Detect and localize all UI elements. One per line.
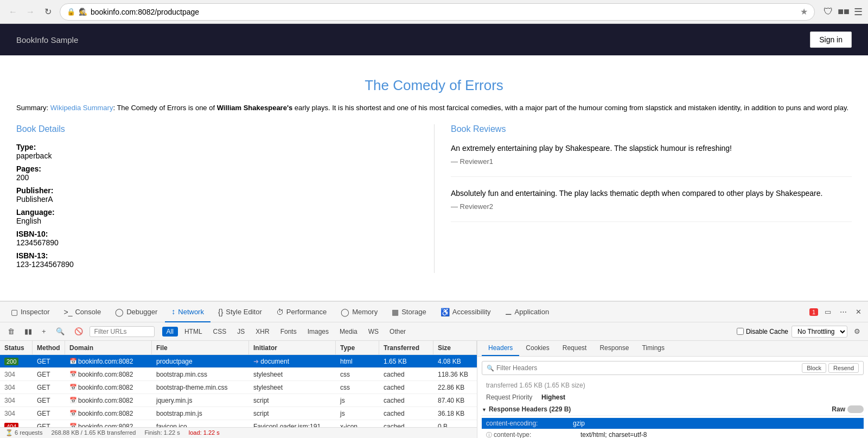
table-row[interactable]: 304 GET 📅bookinfo.com:8082 jquery.min.js…	[0, 394, 477, 407]
search-network-button[interactable]: 🔍	[53, 326, 68, 337]
col-type: Type	[336, 341, 379, 354]
isbn10-label: ISBN-10:	[16, 230, 48, 238]
style-label: Style Editor	[226, 308, 261, 316]
tab-application[interactable]: ⚊ Application	[499, 302, 556, 322]
application-icon: ⚊	[505, 308, 512, 316]
pages-value: 200	[16, 173, 423, 182]
table-row[interactable]: 304 GET 📅bookinfo.com:8082 bootstrap-the…	[0, 381, 477, 394]
response-headers-section[interactable]: Response Headers (229 B) Raw	[482, 403, 864, 416]
detail-tab-timings[interactable]: Timings	[635, 341, 671, 356]
back-button[interactable]: ←	[5, 4, 21, 20]
throttle-select[interactable]: No Throttling	[792, 326, 847, 338]
review-2: Absolutely fun and entertaining. The pla…	[451, 188, 852, 222]
tab-style-editor[interactable]: {} Style Editor	[212, 302, 269, 322]
row5-size: 36.18 KB	[433, 407, 477, 420]
disable-cache-label[interactable]: Disable Cache	[737, 328, 788, 335]
finish-text: Finish: 1.22 s	[144, 429, 180, 436]
extensions-icon[interactable]: ■■	[838, 6, 850, 17]
tab-console[interactable]: >_ Console	[57, 302, 107, 322]
tab-memory[interactable]: ◯ Memory	[334, 302, 384, 322]
table-row[interactable]: 200 GET 📅bookinfo.com:8082 productpage ➜…	[0, 355, 477, 368]
detach-button[interactable]: ▭	[822, 306, 833, 318]
filter-all[interactable]: All	[162, 327, 178, 337]
filter-js[interactable]: JS	[233, 327, 249, 337]
bookmark-icon[interactable]: ★	[800, 7, 808, 17]
console-label: Console	[75, 308, 101, 316]
tab-accessibility[interactable]: ♿ Accessibility	[434, 302, 497, 322]
resend-button[interactable]: Resend	[828, 363, 859, 373]
filter-media[interactable]: Media	[335, 327, 362, 337]
tab-storage[interactable]: ▦ Storage	[385, 302, 433, 322]
filter-ws[interactable]: WS	[364, 327, 383, 337]
network-settings-button[interactable]: ⚙	[851, 326, 864, 337]
tab-network[interactable]: ↕ Network	[165, 302, 210, 322]
add-filter-button[interactable]: +	[39, 326, 49, 337]
block-button[interactable]: Block	[802, 363, 826, 373]
header-filter-input[interactable]	[496, 364, 800, 372]
row1-domain: 📅bookinfo.com:8082	[65, 355, 152, 367]
col-initiator: Initiator	[249, 341, 336, 354]
pause-record-button[interactable]: ▮▮	[21, 326, 35, 337]
inspector-label: Inspector	[21, 308, 49, 316]
detail-tabs: Headers Cookies Request Response Timings	[477, 341, 868, 357]
raw-toggle-switch[interactable]	[847, 405, 864, 413]
header-row-content-encoding[interactable]: content-encoding: gzip	[482, 418, 864, 429]
filter-images[interactable]: Images	[303, 327, 333, 337]
summary-link[interactable]: Wikipedia Summary	[50, 104, 113, 112]
raw-label: Raw	[832, 405, 845, 413]
filter-html[interactable]: HTML	[180, 327, 207, 337]
accessibility-icon: ♿	[441, 308, 450, 316]
row6-size: 0 B	[433, 420, 477, 427]
storage-icon: ▦	[392, 308, 399, 316]
detail-tab-response[interactable]: Response	[593, 341, 635, 356]
row1-type: html	[336, 355, 379, 367]
reload-button[interactable]: ↻	[40, 4, 55, 20]
url-input[interactable]	[91, 8, 797, 16]
shield-icon[interactable]: 🛡	[824, 6, 833, 17]
row1-status: 200	[0, 355, 33, 367]
row6-initiator: FaviconLoader.jsm:191 ...	[249, 420, 336, 427]
menu-icon[interactable]: ☰	[854, 6, 863, 18]
table-row[interactable]: 304 GET 📅bookinfo.com:8082 bootstrap.min…	[0, 368, 477, 381]
filter-url-input[interactable]	[90, 326, 155, 337]
close-devtools-button[interactable]: ✕	[853, 306, 864, 318]
clear-button[interactable]: 🗑	[4, 326, 18, 337]
detail-language: Language: English	[16, 208, 423, 225]
security-icon: 🔒	[67, 8, 75, 16]
header-row-content-type[interactable]: ⓘ content-type: text/html; charset=utf-8	[482, 429, 864, 438]
table-row[interactable]: 304 GET 📅bookinfo.com:8082 bootstrap.min…	[0, 407, 477, 420]
detail-tab-request[interactable]: Request	[556, 341, 593, 356]
filter-xhr[interactable]: XHR	[251, 327, 273, 337]
row3-initiator: stylesheet	[249, 381, 336, 393]
status-badge: 200	[4, 358, 18, 365]
disable-cache-checkbox[interactable]	[737, 328, 744, 335]
summary-text: : The Comedy of Errors is one of	[113, 104, 216, 112]
row6-domain: 📅bookinfo.com:8082	[65, 420, 152, 427]
sign-in-button[interactable]: Sign in	[810, 31, 852, 48]
block-button[interactable]: 🚫	[71, 326, 86, 337]
status-badge: 304	[4, 410, 15, 417]
tab-debugger[interactable]: ◯ Debugger	[108, 302, 164, 322]
row1-initiator: ➜ document	[249, 355, 336, 367]
row3-type: css	[336, 381, 379, 393]
application-label: Application	[515, 308, 550, 316]
filter-css[interactable]: CSS	[209, 327, 231, 337]
tab-performance[interactable]: ⏱ Performance	[270, 302, 333, 322]
tab-inspector[interactable]: ▢ Inspector	[4, 302, 56, 322]
book-columns: Book Details Type: paperback Pages: 200 …	[16, 124, 852, 273]
table-row[interactable]: 404 GET 📅bookinfo.com:8082 favicon.ico F…	[0, 420, 477, 427]
status-badge: 404	[4, 423, 18, 428]
more-tools-button[interactable]: ⋯	[838, 306, 849, 318]
col-method: Method	[33, 341, 65, 354]
col-transferred: Transferred	[379, 341, 433, 354]
tracking-icon: 🕵	[79, 8, 87, 16]
row2-domain: 📅bookinfo.com:8082	[65, 368, 152, 380]
filter-fonts[interactable]: Fonts	[276, 327, 301, 337]
detail-tab-headers[interactable]: Headers	[482, 341, 519, 356]
language-value: English	[16, 217, 423, 225]
forward-button[interactable]: →	[23, 4, 38, 20]
row2-type: css	[336, 368, 379, 380]
filter-other[interactable]: Other	[385, 327, 410, 337]
detail-tab-cookies[interactable]: Cookies	[519, 341, 556, 356]
header-key-content-type: content-type:	[494, 431, 580, 438]
